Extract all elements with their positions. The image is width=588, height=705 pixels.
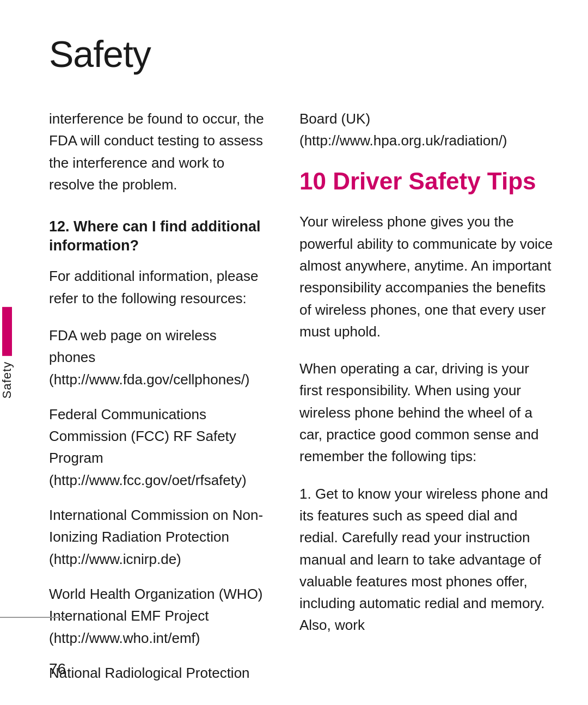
tip-item-1: 1. Get to know your wireless phone and i…: [299, 483, 555, 636]
resource-item-2: Federal Communications Commission (FCC) …: [49, 403, 267, 491]
driver-safety-title: 10 Driver Safety Tips: [299, 167, 555, 196]
page-number: 76: [49, 660, 66, 678]
driver-safety-para1: Your wireless phone gives you the powerf…: [299, 211, 555, 342]
right-column: Board (UK)(http://www.hpa.org.uk/radiati…: [289, 108, 588, 697]
resource-item-5: National Radiological Protection: [49, 662, 267, 684]
sidebar-tab-bar: [2, 306, 12, 355]
intro-text: interference be found to occur, the FDA …: [49, 108, 267, 195]
section-body: For additional information, please refer…: [49, 265, 267, 309]
resource-item-1: FDA web page on wireless phones(http://w…: [49, 324, 267, 390]
sidebar-tab: Safety: [0, 306, 14, 398]
board-info: Board (UK)(http://www.hpa.org.uk/radiati…: [299, 108, 555, 152]
driver-safety-para2: When operating a car, driving is your fi…: [299, 358, 555, 467]
resource-item-4: World Health Organization (WHO) Internat…: [49, 583, 267, 649]
resource-item-3: International Commission on Non-Ionizing…: [49, 504, 267, 570]
left-column: interference be found to occur, the FDA …: [49, 108, 289, 697]
page-title: Safety: [0, 33, 588, 75]
sidebar-tab-label: Safety: [0, 361, 14, 398]
section-heading: 12. Where can I find additional informat…: [49, 217, 267, 255]
content-area: interference be found to occur, the FDA …: [0, 108, 588, 697]
divider-line: [0, 617, 65, 618]
page-container: Safety Safety interference be found to o…: [0, 0, 588, 705]
